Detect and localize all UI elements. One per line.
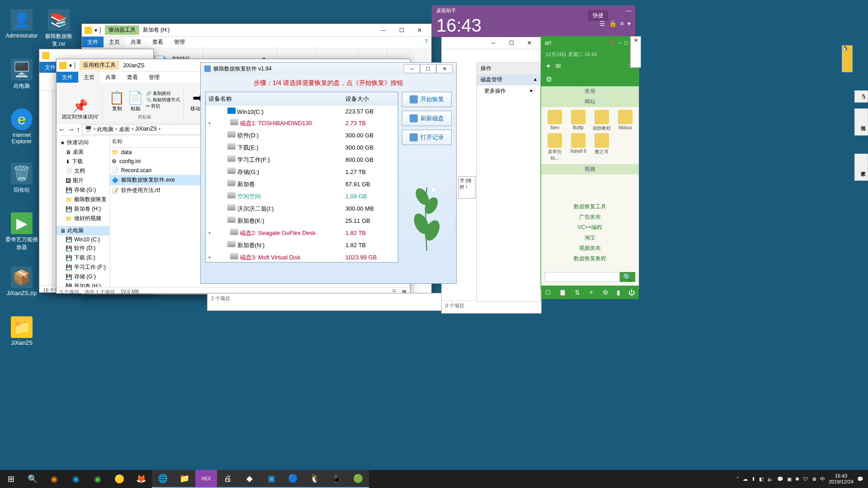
task-explorer[interactable]: 📁 <box>174 470 195 488</box>
close-button[interactable]: ✕ <box>410 25 429 36</box>
grid-item[interactable]: htdocs <box>614 110 636 131</box>
tab-manage[interactable]: 管理 <box>169 37 190 47</box>
tab-view[interactable]: 查看 <box>147 37 169 47</box>
link-item[interactable]: 淘宝 <box>541 233 639 243</box>
close-button[interactable]: ✕ <box>436 64 453 73</box>
tab-manage[interactable]: 管理 <box>143 72 165 83</box>
maximize-button[interactable]: ☐ <box>624 40 628 46</box>
link-item[interactable]: 广告发布 <box>541 212 639 222</box>
tab-file[interactable]: 文件 <box>82 37 104 47</box>
task-app[interactable]: 🐧 <box>304 470 326 488</box>
tray-icon[interactable]: ✱ <box>795 476 799 482</box>
device-row[interactable]: 学习工作(F:)800.00 GB <box>206 154 398 166</box>
tab-home[interactable]: 主页 <box>104 37 125 47</box>
device-row[interactable]: ▾ 磁盘3: Msft Virtual Disk1023.99 GB <box>206 251 398 262</box>
desktop-icon-player[interactable]: ▶爱奇艺万能播放器 <box>5 212 39 251</box>
gear-icon[interactable]: ⚙ <box>546 75 552 83</box>
tree-icon[interactable]: ⎔ <box>545 289 551 296</box>
battery-icon[interactable]: ▮ <box>617 289 620 296</box>
maximize-button[interactable]: ☐ <box>420 64 436 73</box>
tray-icon[interactable]: ⬆ <box>751 476 755 482</box>
gear-icon[interactable]: ⚙ <box>603 289 609 296</box>
tab-file[interactable]: 文件 <box>57 72 78 83</box>
start-button[interactable]: ⊞ <box>0 470 22 488</box>
link-item[interactable]: 数据恢复工具 <box>541 202 639 212</box>
cut-button[interactable]: ✂ 剪切 <box>146 103 180 109</box>
device-row[interactable]: 新加卷67.91 GB <box>206 178 398 190</box>
tray-ime[interactable]: 中 <box>820 476 825 483</box>
task-app[interactable]: 🟡 <box>108 470 130 488</box>
tool-tab[interactable]: 驱动器工具 <box>105 25 139 35</box>
task-app[interactable]: 📱 <box>326 470 347 488</box>
device-row[interactable]: 新加卷(N:)1.82 TB <box>206 239 398 251</box>
up-button[interactable]: ↑ <box>76 126 80 134</box>
chevron-down-icon[interactable]: ▾ <box>208 255 214 260</box>
tab-share[interactable]: 共享 <box>125 37 147 47</box>
desktop-icon-admin[interactable]: 👤Administrator <box>5 9 39 39</box>
more-actions-item[interactable]: 更多操作▸ <box>477 85 540 97</box>
link-item[interactable]: VC++编程 <box>541 222 639 233</box>
search-button[interactable]: 🔍 <box>620 272 635 282</box>
device-row[interactable]: 存储(G:)1.27 TB <box>206 166 398 178</box>
chevron-down-icon[interactable]: ▾ <box>627 20 631 27</box>
nav-tree[interactable]: ★快速访问 🖥桌面 ⬇下载 📄文档 🖼图片 💾存储 (G:) 📁极限数据恢复 💾… <box>57 136 110 287</box>
tray-icon[interactable]: ▣ <box>787 476 792 482</box>
device-row[interactable]: ▾ 磁盘1: TOSHIBAHDWD1302.73 TB <box>206 117 398 129</box>
task-app[interactable]: ◉ <box>65 470 87 488</box>
close-button[interactable]: ✕ <box>520 38 538 48</box>
tray-icon[interactable]: 🖥 <box>811 476 816 482</box>
disk-mgmt-section[interactable]: 磁盘管理▴ <box>477 74 540 85</box>
list-icon[interactable]: ☰ <box>599 20 605 27</box>
help-icon[interactable]: ? <box>421 37 431 47</box>
minimize-button[interactable]: ─ <box>618 40 621 46</box>
tray-icon[interactable]: ◧ <box>759 476 764 482</box>
task-app[interactable]: ◆ <box>239 470 260 488</box>
refresh-disk-button[interactable]: 刷新磁盘 <box>402 111 452 126</box>
menu-icon[interactable]: ≡ <box>620 20 624 27</box>
forward-button[interactable]: → <box>67 126 75 134</box>
tab-home[interactable]: 主页 <box>78 72 100 83</box>
lock-icon[interactable]: 🔒 <box>609 20 617 27</box>
notification-button[interactable]: 💬 <box>857 476 863 482</box>
task-app[interactable]: 🌐 <box>152 470 174 488</box>
open-log-button[interactable]: 打开记录 <box>402 130 452 145</box>
tray-clock[interactable]: 16:43 2019/12/24 <box>829 473 854 485</box>
task-app[interactable]: ◉ <box>87 470 108 488</box>
maximize-button[interactable]: ☐ <box>392 25 410 36</box>
grid-item[interactable]: Xshell 6 <box>567 133 589 161</box>
device-row[interactable]: ▾ 磁盘2: Seagate GoFlex Desk1.82 TB <box>206 227 398 239</box>
task-app[interactable]: ▣ <box>260 470 282 488</box>
task-app[interactable]: 🦊 <box>130 470 152 488</box>
tray-icon[interactable]: 🛡 <box>803 476 808 482</box>
device-row[interactable]: 下载(E:)300.00 GB <box>206 141 398 154</box>
close-button[interactable]: ✕ <box>631 37 641 44</box>
power-icon[interactable]: ⏻ <box>628 289 635 296</box>
minimize-button[interactable]: — <box>626 7 632 14</box>
desktop-icon-zip[interactable]: 📦JiXianZS.zip <box>5 267 39 296</box>
chevron-down-icon[interactable]: ▾ <box>208 121 214 126</box>
tray-icon[interactable]: ☁ <box>743 476 748 482</box>
copy-icon[interactable]: 📋 <box>109 91 125 105</box>
tool-tab[interactable]: 应用程序工具 <box>80 61 119 70</box>
device-list[interactable]: Win10(C:)223.57 GB▾ 磁盘1: TOSHIBAHDWD1302… <box>206 106 398 262</box>
task-app[interactable]: 🔵 <box>282 470 304 488</box>
maximize-button[interactable]: ☐ <box>502 38 520 48</box>
start-recovery-button[interactable]: 开始恢复 <box>402 92 452 107</box>
task-app[interactable]: 🖨 <box>217 470 239 488</box>
pin-icon[interactable]: 📍 <box>609 40 615 46</box>
task-app[interactable]: ◉ <box>43 470 65 488</box>
titlebar[interactable]: art 📍 ─ ☐ ✕ <box>541 37 639 49</box>
device-row[interactable]: 空闲空间1.09 GB <box>206 190 398 202</box>
desktop-icon-folder[interactable]: 📁JiXianZS <box>5 316 39 346</box>
star-icon[interactable]: ✦ <box>546 62 551 70</box>
minimize-button[interactable]: ─ <box>404 64 420 73</box>
link-item[interactable]: 视频发布 <box>541 243 639 253</box>
right-tab-artist[interactable]: 艺术家 <box>854 154 868 181</box>
tray-icon[interactable]: 🔈 <box>767 476 774 482</box>
grid-item[interactable]: 数之寻 <box>591 133 613 161</box>
link-item[interactable]: 数据恢复教程 <box>541 253 639 264</box>
tray-up-icon[interactable]: ˄ <box>736 476 739 482</box>
grid-item[interactable]: 寂静教程 <box>591 110 613 131</box>
pin-icon[interactable]: 📌 <box>72 99 88 113</box>
back-button[interactable]: ← <box>58 126 66 134</box>
